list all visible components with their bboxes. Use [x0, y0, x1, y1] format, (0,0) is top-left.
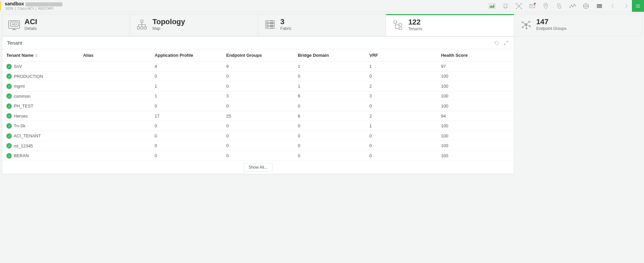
table-row[interactable]: PRODUCTION0000100 [2, 71, 514, 81]
cell-vrf: 3 [365, 91, 437, 101]
cell-endpoint-groups: 0 [222, 131, 293, 141]
cell-tenant-name: PH_TEST [2, 101, 79, 111]
cell-alias [79, 81, 151, 91]
chart-icon[interactable] [488, 2, 496, 10]
svg-rect-16 [138, 27, 140, 29]
navcard-sub: Map [152, 26, 185, 31]
crumb-restapi[interactable]: RESTAPI [38, 6, 54, 10]
cell-bridge-domain: 0 [294, 121, 365, 131]
navcard-aci[interactable]: ACI ACI Details [2, 14, 130, 36]
cell-tenant-name: Heroes [2, 111, 79, 121]
refresh-icon[interactable] [494, 40, 499, 46]
svg-point-12 [575, 5, 576, 6]
tenant-panel: Tenant Tenant Name▲▼ Alias Application P… [2, 36, 514, 174]
cell-tenant-name: PRODUCTION [2, 71, 79, 81]
col-application-profile[interactable]: Application Profile [151, 49, 222, 61]
status-ok-icon [6, 93, 12, 99]
cell-tenant-name: BERAN [2, 151, 79, 161]
col-endpoint-groups[interactable]: Endpoint Groups [222, 49, 293, 61]
cell-application-profile: 4 [151, 61, 222, 72]
cell-bridge-domain: 0 [294, 141, 365, 151]
topology-icon [136, 19, 148, 30]
navcard-title: ACI [24, 18, 37, 26]
nav-next-icon[interactable] [623, 2, 630, 10]
cell-vrf: 0 [365, 101, 437, 111]
cell-application-profile: 1 [151, 91, 222, 101]
tenant-table: Tenant Name▲▼ Alias Application Profile … [2, 49, 514, 174]
cell-tenant-name: Tn-Sk [2, 121, 79, 131]
cell-endpoint-groups: 0 [222, 141, 293, 151]
table-row[interactable]: ml_123450000100 [2, 141, 514, 151]
cell-health-score: 100 [437, 101, 514, 111]
col-health-score[interactable]: Health Score [437, 49, 514, 61]
svg-point-35 [529, 26, 530, 27]
link-chain-icon[interactable] [555, 2, 563, 10]
table-row[interactable]: common1363100 [2, 91, 514, 101]
crumb-cisco-aci[interactable]: Cisco ACI [17, 6, 34, 10]
network-hub-icon[interactable] [515, 2, 523, 10]
navcard-endpoint-groups[interactable]: 147 Endpoint Groups [514, 14, 642, 36]
cell-bridge-domain: 0 [294, 151, 365, 161]
svg-point-26 [267, 27, 267, 28]
navcard-fabric[interactable]: 3 Fabric [258, 14, 386, 36]
cell-alias [79, 91, 151, 101]
cell-application-profile: 0 [151, 151, 222, 161]
activity-graph-icon[interactable] [569, 2, 576, 10]
svg-point-8 [570, 7, 571, 8]
cell-endpoint-groups: 0 [222, 121, 293, 131]
cell-endpoint-groups: 0 [222, 81, 293, 91]
expand-icon[interactable] [503, 40, 509, 46]
cell-bridge-domain: 0 [294, 101, 365, 111]
col-alias[interactable]: Alias [79, 49, 151, 61]
col-tenant-name[interactable]: Tenant Name▲▼ [2, 49, 79, 61]
table-row[interactable]: Heroes17256294 [2, 111, 514, 121]
alert-bell-icon[interactable] [502, 2, 509, 10]
navcard-sub: Tenants [408, 27, 422, 31]
toolbar-icons [486, 0, 632, 12]
cell-endpoint-groups: 9 [222, 61, 293, 72]
breadcrumb-path: SDN | Cisco ACI | RESTAPI [2, 6, 54, 10]
location-pin-icon[interactable] [542, 2, 549, 10]
mail-icon[interactable] [529, 2, 536, 10]
cell-alias [79, 61, 151, 72]
svg-rect-29 [399, 24, 402, 26]
table-row[interactable]: SnV491197 [2, 61, 514, 72]
svg-point-7 [545, 4, 546, 6]
show-all-button[interactable]: Show All... [244, 163, 272, 172]
table-row[interactable]: Tn-Sk0001100 [2, 121, 514, 131]
menu-button[interactable] [632, 0, 644, 12]
col-bridge-domain[interactable]: Bridge Domain [294, 49, 365, 61]
navcard-title: 147 [536, 18, 567, 26]
table-row[interactable]: ACI_TENANT0000100 [2, 131, 514, 141]
table-row[interactable]: mgmt1012100 [2, 81, 514, 91]
terminal-icon[interactable] [596, 2, 603, 10]
crumb-sdn[interactable]: SDN [5, 6, 14, 10]
cell-bridge-domain: 0 [294, 131, 365, 141]
cell-endpoint-groups: 0 [222, 71, 293, 81]
cell-application-profile: 1 [151, 81, 222, 91]
globe-icon[interactable] [582, 2, 590, 10]
status-ok-icon [6, 123, 12, 129]
cell-bridge-domain: 0 [294, 71, 365, 81]
cell-alias [79, 151, 151, 161]
page-title-text: sandbox [5, 1, 24, 6]
navcard-topology[interactable]: Topology Map [130, 14, 258, 36]
cell-application-profile: 17 [151, 111, 222, 121]
status-ok-icon [6, 133, 12, 139]
svg-rect-14 [597, 4, 602, 8]
cell-health-score: 100 [437, 141, 514, 151]
status-ok-icon [6, 64, 12, 69]
endpoint-groups-icon [520, 19, 532, 30]
nav-prev-icon[interactable] [609, 2, 616, 10]
cell-application-profile: 0 [151, 131, 222, 141]
table-row[interactable]: BERAN0000100 [2, 151, 514, 161]
table-row[interactable]: PH_TEST0000100 [2, 101, 514, 111]
monitor-icon: ACI [8, 19, 20, 30]
cell-health-score: 100 [437, 81, 514, 91]
col-vrf[interactable]: VRF [365, 49, 437, 61]
navcard-sub: Endpoint Groups [536, 26, 567, 31]
svg-rect-25 [265, 26, 274, 29]
cell-alias [79, 141, 151, 151]
cell-alias [79, 101, 151, 111]
navcard-tenants[interactable]: 122 Tenants [386, 14, 514, 36]
